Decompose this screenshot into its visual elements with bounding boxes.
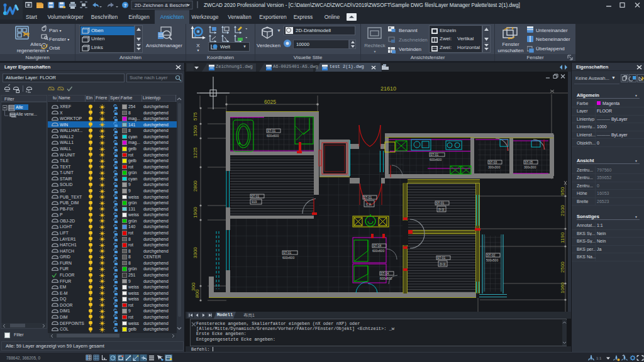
svg-text:ST-04: ST-04: [380, 272, 389, 275]
svg-text:919: 919: [252, 200, 257, 204]
svg-text:300x300: 300x300: [488, 165, 500, 169]
svg-text:ST-02: ST-02: [487, 253, 496, 257]
svg-text:600x600: 600x600: [282, 256, 294, 260]
svg-text:2800: 2800: [192, 180, 198, 192]
svg-text:950: 950: [560, 187, 565, 195]
svg-text:卧室: 卧室: [438, 207, 445, 211]
svg-text:?: ?: [124, 3, 127, 8]
svg-text:6025: 6025: [264, 99, 276, 105]
svg-text:1500: 1500: [192, 125, 198, 136]
svg-text:600x600: 600x600: [372, 249, 384, 253]
svg-text:500x500: 500x500: [486, 258, 498, 262]
svg-text:2100: 2100: [560, 205, 565, 216]
svg-text:575: 575: [192, 112, 198, 121]
svg-text:玄关: 玄关: [365, 202, 372, 206]
svg-text:21610: 21610: [380, 85, 396, 92]
svg-text:800: 800: [194, 289, 200, 298]
svg-text:1900: 1900: [192, 207, 198, 218]
svg-text:ST-01: ST-01: [267, 129, 276, 133]
svg-text:ST-01: ST-01: [283, 251, 292, 255]
svg-text:300x300: 300x300: [524, 165, 536, 169]
svg-text:2D-Zeichnen & Beschrif: 2D-Zeichnen & Beschrif: [135, 3, 188, 8]
svg-text:ST-01: ST-01: [430, 153, 439, 156]
svg-text:ST-03: ST-03: [489, 160, 497, 164]
svg-text:ST-01: ST-01: [364, 195, 372, 199]
svg-text:3300: 3300: [192, 247, 198, 258]
svg-text:600x600: 600x600: [430, 158, 441, 162]
svg-text:卧室: 卧室: [440, 262, 446, 266]
svg-text:2500: 2500: [560, 261, 565, 273]
svg-text:ST-01: ST-01: [436, 201, 445, 205]
svg-text:ST-05: ST-05: [525, 160, 533, 164]
svg-text:ST-01: ST-01: [251, 194, 260, 198]
svg-text:ST-01: ST-01: [437, 256, 446, 260]
svg-text:1:1: 1:1: [596, 356, 602, 360]
svg-text:1060: 1060: [560, 282, 565, 293]
svg-text:1190: 1190: [560, 232, 565, 243]
svg-text:ST-04: ST-04: [373, 244, 382, 248]
svg-text:600x600: 600x600: [267, 134, 279, 138]
svg-text:600x600: 600x600: [380, 277, 392, 280]
svg-text:1225: 1225: [192, 147, 198, 158]
